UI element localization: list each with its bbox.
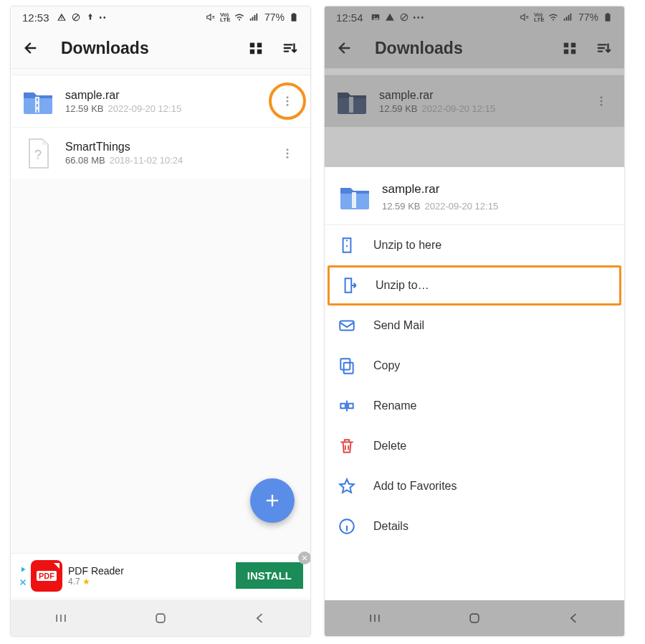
nav-recents-button[interactable] — [355, 605, 395, 631]
svg-rect-5 — [250, 49, 254, 54]
svg-point-13 — [287, 152, 289, 154]
image-icon — [371, 12, 381, 22]
status-bar: 12:53 •• Vo)LTE 77% — [11, 6, 310, 28]
back-button[interactable] — [332, 35, 358, 61]
nav-back-button[interactable] — [554, 605, 594, 631]
battery-icon — [289, 12, 299, 22]
svg-rect-6 — [257, 49, 262, 54]
wifi-icon — [548, 12, 558, 22]
phone-screenshot-1: 12:53 •• Vo)LTE 77% Downloads — [10, 6, 311, 637]
delete-icon — [338, 437, 356, 455]
unzip-to-icon — [340, 276, 358, 295]
signal-icon — [249, 12, 259, 22]
file-row-archive[interactable]: sample.rar 12.59 KB2022-09-20 12:15 — [325, 75, 624, 127]
svg-text:?: ? — [34, 148, 42, 162]
ad-close-button[interactable] — [298, 551, 311, 564]
more-notifications-icon: •• — [100, 14, 108, 22]
ad-app-icon: PDF — [31, 560, 62, 592]
file-size: 66.08 MB — [65, 155, 105, 166]
svg-rect-1 — [292, 14, 297, 21]
svg-rect-32 — [340, 359, 350, 369]
fab-add-button[interactable] — [250, 478, 295, 523]
volte-icon: Vo)LTE — [534, 12, 544, 22]
volte-icon: Vo)LTE — [220, 12, 230, 22]
file-list: sample.rar 12.59 KB2022-09-20 12:15 ? Sm… — [11, 75, 310, 179]
svg-point-28 — [601, 104, 603, 106]
nav-home-button[interactable] — [454, 605, 494, 631]
svg-rect-25 — [349, 97, 353, 113]
wifi-icon — [234, 12, 244, 22]
no-entry-icon — [399, 12, 409, 22]
action-rename[interactable]: Rename — [325, 386, 624, 426]
file-name: SmartThings — [65, 141, 183, 153]
file-name: sample.rar — [379, 89, 495, 102]
sort-button[interactable] — [591, 35, 617, 61]
zip-folder-icon — [338, 179, 372, 214]
app-icon — [85, 12, 95, 22]
file-more-button[interactable] — [274, 141, 300, 166]
app-header: Downloads — [11, 28, 310, 68]
ad-banner[interactable]: PDF PDF Reader 4.7 ★ INSTALL — [11, 553, 310, 597]
action-favorite[interactable]: Add to Favorites — [325, 466, 624, 506]
svg-rect-24 — [571, 49, 575, 54]
svg-rect-20 — [606, 13, 609, 14]
nav-recents-button[interactable] — [41, 605, 81, 631]
sheet-header: sample.rar 12.59 KB2022-09-20 12:15 — [325, 167, 624, 225]
ad-marker-icon — [18, 565, 28, 587]
file-date: 2022-09-20 12:15 — [422, 103, 496, 114]
ad-title: PDF Reader — [68, 565, 124, 577]
zip-folder-icon — [21, 84, 55, 118]
file-list: sample.rar 12.59 KB2022-09-20 12:15 — [325, 75, 624, 127]
file-more-button[interactable] — [274, 88, 300, 114]
system-navbar — [11, 600, 310, 636]
info-icon — [338, 517, 356, 536]
install-button[interactable]: INSTALL — [236, 562, 303, 589]
action-sheet: sample.rar 12.59 KB2022-09-20 12:15 Unzi… — [325, 167, 624, 600]
more-notifications-icon: ••• — [414, 14, 426, 22]
unzip-here-icon — [338, 236, 356, 255]
file-date: 2022-09-20 12:15 — [108, 103, 182, 114]
page-title: Downloads — [61, 39, 149, 58]
status-bar: 12:54 ••• Vo)LTE 77% — [325, 6, 624, 28]
svg-rect-34 — [470, 614, 479, 622]
grid-view-button[interactable] — [243, 35, 269, 61]
status-time: 12:53 — [22, 11, 49, 24]
back-button[interactable] — [18, 35, 44, 61]
copy-icon — [338, 356, 356, 375]
svg-rect-4 — [257, 43, 262, 47]
file-more-button[interactable] — [588, 88, 614, 114]
svg-point-27 — [601, 100, 603, 103]
grid-view-button[interactable] — [557, 35, 583, 61]
svg-rect-22 — [571, 43, 575, 47]
file-row-unknown[interactable]: ? SmartThings 66.08 MB2018-11-02 10:24 — [11, 127, 310, 179]
svg-rect-23 — [564, 49, 568, 54]
action-unzip-to[interactable]: Unzip to… — [328, 265, 621, 306]
warning-icon — [57, 12, 67, 22]
file-size: 12.59 KB — [65, 103, 104, 114]
svg-point-17 — [373, 16, 375, 17]
sort-button[interactable] — [277, 35, 303, 61]
sheet-file-size: 12.59 KB — [382, 201, 421, 212]
nav-back-button[interactable] — [240, 605, 280, 631]
action-copy[interactable]: Copy — [325, 346, 624, 386]
svg-rect-21 — [564, 43, 568, 47]
action-send-mail[interactable]: Send Mail — [325, 306, 624, 346]
sheet-file-date: 2022-09-20 12:15 — [425, 201, 499, 212]
action-details[interactable]: Details — [325, 506, 624, 546]
zip-folder-icon — [335, 84, 369, 118]
battery-percent: 77% — [264, 11, 285, 23]
signal-icon — [563, 12, 573, 22]
nav-home-button[interactable] — [140, 605, 181, 631]
action-delete[interactable]: Delete — [325, 426, 624, 466]
mail-icon — [338, 316, 356, 335]
mute-icon — [520, 12, 530, 22]
mute-icon — [206, 12, 216, 22]
battery-icon — [603, 12, 613, 22]
ad-rating: 4.7 — [68, 577, 80, 587]
system-navbar — [325, 600, 624, 636]
file-row-archive[interactable]: sample.rar 12.59 KB2022-09-20 12:15 — [11, 75, 310, 127]
battery-percent: 77% — [578, 11, 598, 23]
status-time: 12:54 — [336, 11, 363, 24]
action-unzip-here[interactable]: Unzip to here — [325, 225, 624, 265]
svg-point-26 — [601, 96, 603, 98]
